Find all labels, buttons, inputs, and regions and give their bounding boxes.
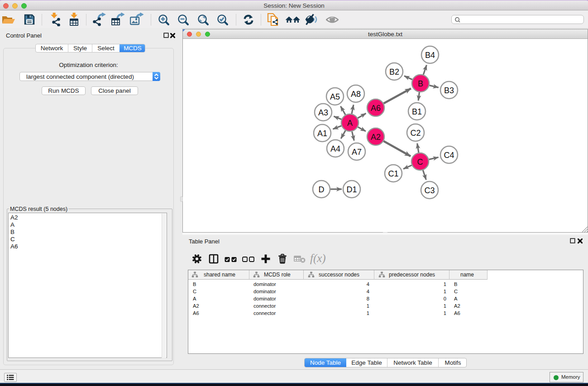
svg-text:B1: B1 [412, 107, 422, 116]
svg-text:A: A [347, 119, 353, 128]
svg-text:A3: A3 [318, 108, 328, 117]
svg-text:C: C [417, 157, 423, 167]
svg-text:B: B [418, 79, 423, 88]
svg-text:A1: A1 [317, 129, 327, 138]
svg-text:A6: A6 [371, 104, 381, 113]
svg-text:A5: A5 [330, 92, 340, 101]
svg-text:D1: D1 [346, 185, 357, 194]
svg-text:A7: A7 [352, 148, 362, 157]
svg-text:B2: B2 [389, 67, 399, 76]
svg-text:C1: C1 [388, 169, 398, 178]
svg-text:C3: C3 [424, 186, 435, 195]
svg-text:C2: C2 [410, 129, 421, 138]
svg-text:B3: B3 [444, 86, 454, 95]
svg-text:A4: A4 [330, 144, 340, 153]
svg-text:D: D [319, 185, 325, 194]
svg-text:B4: B4 [425, 51, 435, 60]
svg-text:A8: A8 [351, 90, 361, 99]
svg-text:A2: A2 [371, 133, 381, 142]
svg-text:C4: C4 [444, 151, 454, 160]
